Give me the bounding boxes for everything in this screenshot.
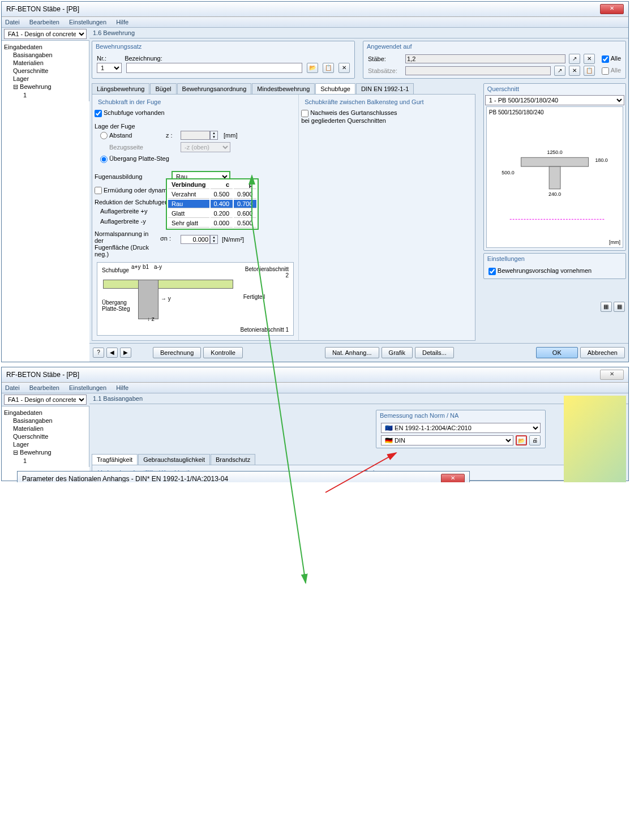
group-bewehrungssatz: Bewehrungssatz Nr.: Bezeichnung: 1 📂 📋 ✕ (92, 41, 355, 79)
menu-settings[interactable]: Einstellungen (69, 19, 106, 25)
menu-bar-2: Datei Bearbeiten Einstellungen Hilfe (2, 383, 628, 393)
na-print-icon[interactable]: 🖨 (529, 435, 541, 445)
tree-materialien[interactable]: Materialien (4, 59, 87, 67)
sigman-input[interactable] (181, 235, 210, 244)
z-input[interactable] (181, 131, 210, 140)
tab-anordnung[interactable]: Bewehrungsanordnung (177, 83, 252, 94)
tab-tragf[interactable]: Tragfähigkeit (92, 454, 138, 465)
svg-text:500.0: 500.0 (502, 170, 514, 175)
window-title: RF-BETON Stäbe - [PB] (6, 5, 79, 13)
menu-settings-2[interactable]: Einstellungen (69, 384, 106, 391)
tab-brand[interactable]: Brandschutz (211, 454, 255, 465)
window-upper: RF-BETON Stäbe - [PB] ✕ Datei Bearbeiten… (1, 1, 629, 362)
combo-bar: FA1 - Design of concrete memb (2, 28, 89, 41)
svg-text:180.0: 180.0 (595, 157, 607, 163)
tab-schubfuge[interactable]: Schubfuge (315, 83, 355, 94)
uebergang-radio[interactable] (100, 156, 108, 163)
schubfuge-diagram: Schubfuge a+y b1 a-y Betonierabschnitt 2… (97, 262, 294, 336)
open-icon[interactable]: 📂 (307, 63, 318, 73)
titlebar-1: RF-BETON Stäbe - [PB] ✕ (2, 2, 628, 17)
gurtanschluss-check[interactable] (301, 110, 308, 117)
berechnung-button[interactable]: Berechnung (153, 347, 201, 358)
details-button[interactable]: Details... (415, 347, 454, 358)
button-row: ? ◀ ▶ Berechnung Kontrolle Nat. Anhang..… (89, 343, 628, 362)
clear-icon[interactable]: ✕ (584, 54, 595, 64)
ermuedung-check[interactable] (95, 187, 102, 194)
window-title-2: RF-BETON Stäbe - [PB] (6, 371, 79, 379)
tab-din[interactable]: DIN EN 1992-1-1 (356, 83, 414, 94)
na-select[interactable]: 🇩🇪 DIN (381, 435, 513, 445)
tree-bewehrung-1[interactable]: 1 (4, 91, 87, 99)
abbrechen-button[interactable]: Abbrechen (580, 347, 625, 358)
ok-button[interactable]: OK (536, 347, 578, 358)
grafik-button[interactable]: Grafik (382, 347, 413, 358)
delete-icon[interactable]: ✕ (338, 63, 350, 73)
svg-text:240.0: 240.0 (548, 191, 561, 197)
norm-select[interactable]: 🇪🇺 EN 1992-1-1:2004/AC:2010 (381, 423, 541, 433)
tab-gebr[interactable]: Gebrauchstauglichkeit (138, 454, 210, 465)
tree-bewehrung[interactable]: ⊟ Bewehrung (4, 83, 87, 91)
bezugsseite-select[interactable]: -z (oben) (181, 142, 230, 152)
titlebar-2: RF-BETON Stäbe - [PB] ✕ (2, 367, 628, 383)
prev-icon[interactable]: ◀ (106, 348, 118, 358)
case-combo[interactable]: FA1 - Design of concrete memb (4, 29, 87, 39)
menu-file-2[interactable]: Datei (5, 384, 20, 391)
tab-buegel[interactable]: Bügel (150, 83, 176, 94)
nav-tree-2: Eingabedaten Basisangaben Materialien Qu… (2, 406, 89, 467)
na-close-icon[interactable]: ✕ (441, 474, 465, 482)
na-titlebar: Parameter des Nationalen Anhangs - DIN* … (18, 472, 469, 482)
next-icon[interactable]: ▶ (120, 348, 131, 358)
stabsaetze-input[interactable] (405, 66, 551, 75)
na-dialog: Parameter des Nationalen Anhangs - DIN* … (17, 471, 470, 482)
tab-mindest[interactable]: Mindestbewehrung (252, 83, 315, 94)
section-title: 1.6 Bewehrung (89, 28, 628, 38)
toolbtn-1[interactable]: ▦ (601, 302, 612, 312)
tree-root[interactable]: Eingabedaten (4, 43, 87, 51)
kontrolle-button[interactable]: Kontrolle (203, 347, 242, 358)
natanhang-button[interactable]: Nat. Anhang... (325, 347, 379, 358)
menu-help[interactable]: Hilfe (116, 19, 128, 25)
group-querschnitt: Querschnitt 1 - PB 500/1250/180/240 PB 5… (483, 83, 626, 251)
menu-bar: Datei Bearbeiten Einstellungen Hilfe (2, 17, 628, 28)
alle-stabsaetze-check[interactable] (602, 67, 609, 75)
tree-querschnitte[interactable]: Querschnitte (4, 67, 87, 75)
querschnitt-select[interactable]: 1 - PB 500/1250/180/240 (485, 95, 624, 105)
tab-laengsbewehrung[interactable]: Längsbewehrung (92, 83, 149, 94)
menu-file[interactable]: Datei (5, 19, 20, 25)
clear2-icon[interactable]: ✕ (569, 66, 580, 76)
tabs-row: Längsbewehrung Bügel Bewehrungsanordnung… (92, 83, 475, 95)
nav-tree: Eingabedaten Basisangaben Materialien Qu… (2, 41, 89, 101)
schubfuge-vorhanden-check[interactable] (95, 110, 102, 117)
case-combo-2[interactable]: FA1 - Design of concrete memb (4, 395, 87, 405)
bezeichnung-input[interactable] (126, 63, 302, 73)
tree-basisangaben[interactable]: Basisangaben (4, 51, 87, 59)
copy-icon[interactable]: 📋 (323, 63, 334, 73)
menu-help-2[interactable]: Hilfe (116, 384, 128, 391)
svg-rect-0 (521, 157, 588, 166)
extra-icon[interactable]: 📋 (584, 66, 595, 76)
toolbtn-2[interactable]: ▦ (614, 302, 625, 312)
close-icon[interactable]: ✕ (600, 4, 624, 14)
group-angewendet: Angewendet auf Stäbe: ↗ ✕ Alle Stabsätze… (363, 41, 626, 79)
cross-section-view: PB 500/1250/180/240 1250.0 180.0 500.0 2… (486, 106, 623, 248)
menu-edit-2[interactable]: Bearbeiten (29, 384, 59, 391)
pick-icon[interactable]: ↗ (569, 54, 580, 64)
nr-select[interactable]: 1 (97, 63, 122, 73)
svg-text:1250.0: 1250.0 (547, 149, 562, 155)
menu-edit[interactable]: Bearbeiten (29, 19, 59, 25)
help-icon[interactable]: ? (93, 348, 104, 358)
staebe-input[interactable] (405, 54, 565, 63)
svg-rect-1 (549, 166, 560, 189)
group-einstellungen: Einstellungen Bewehrungsvorschlag vorneh… (483, 253, 626, 279)
brand-panel: RF-BETON Stäbe Stahlbetonbemessung von S… (564, 396, 626, 482)
window-lower: RF-BETON Stäbe - [PB] ✕ Datei Bearbeiten… (1, 367, 629, 481)
pick2-icon[interactable]: ↗ (554, 66, 565, 76)
close-icon-2[interactable]: ✕ (600, 370, 624, 380)
abstand-radio[interactable] (100, 132, 108, 139)
tree-lager[interactable]: Lager (4, 75, 87, 83)
fugen-dropdown-table[interactable]: Verbindungcμ Verzahnt0.5000.900 Rau0.400… (166, 178, 259, 230)
vorschlag-check[interactable] (488, 268, 496, 275)
na-edit-icon[interactable]: 📂 (516, 435, 527, 445)
alle-staebe-check[interactable] (602, 55, 609, 63)
group-bemessung: Bemessung nach Norm / NA 🇪🇺 EN 1992-1-1:… (376, 410, 546, 448)
